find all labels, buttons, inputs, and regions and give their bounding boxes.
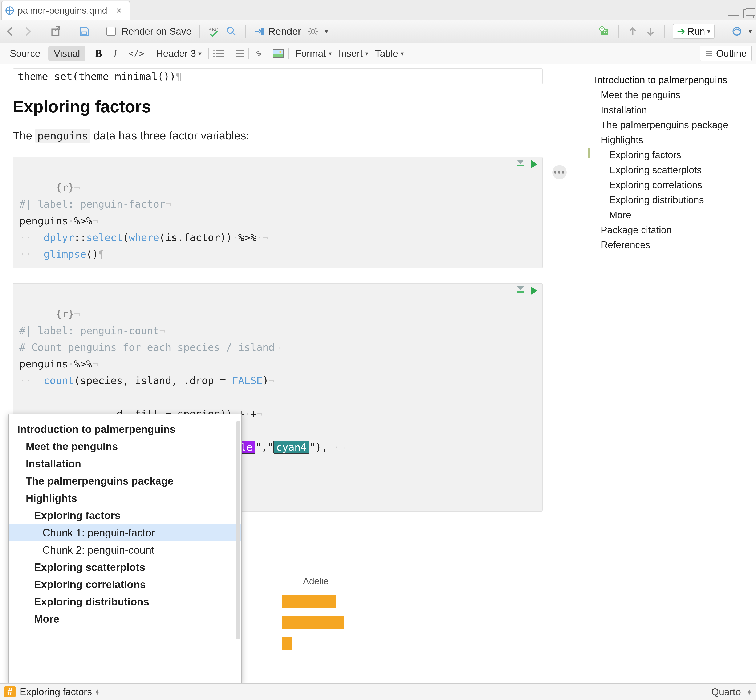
outline-item[interactable]: References bbox=[594, 238, 750, 252]
nav-popup-item[interactable]: Chunk 2: penguin-count bbox=[9, 541, 242, 559]
chart-bar bbox=[282, 616, 344, 629]
nav-popup-item[interactable]: Exploring factors bbox=[9, 507, 242, 524]
heading-level-icon[interactable]: # bbox=[4, 686, 16, 697]
status-engine-label[interactable]: Quarto bbox=[711, 686, 741, 697]
chart-facet-title: Adelie bbox=[303, 576, 328, 586]
outline-item[interactable]: The palmerpenguins package bbox=[594, 117, 750, 133]
popup-scrollbar[interactable] bbox=[236, 421, 240, 639]
visual-editor-toolbar: Source Visual B I </> Header 3▾ Format▾ … bbox=[0, 43, 756, 64]
engine-stepper-icon[interactable]: ▲▼ bbox=[747, 689, 752, 695]
pane-window-controls bbox=[728, 9, 754, 18]
code-button[interactable]: </> bbox=[128, 48, 144, 59]
chart-bar bbox=[282, 637, 292, 650]
svg-rect-5 bbox=[261, 28, 264, 35]
outline-item[interactable]: Exploring distributions bbox=[594, 192, 750, 208]
maximize-pane-icon[interactable] bbox=[743, 9, 754, 18]
outline-item[interactable]: Exploring factors bbox=[594, 147, 750, 162]
status-section-nav[interactable]: Exploring factors bbox=[20, 686, 92, 697]
nav-popup-item[interactable]: Chunk 1: penguin-factor bbox=[9, 524, 242, 541]
editor-pane[interactable]: theme_set(theme_minimal())¶ ••• Explorin… bbox=[0, 64, 588, 683]
visual-mode-button[interactable]: Visual bbox=[48, 46, 85, 61]
spellcheck-icon[interactable]: ABC bbox=[208, 25, 220, 38]
outline-item[interactable]: Highlights bbox=[594, 133, 750, 147]
outline-item[interactable]: Installation bbox=[594, 103, 750, 117]
run-chunk-icon[interactable] bbox=[531, 160, 537, 169]
nav-popup-item[interactable]: Exploring scatterplots bbox=[9, 559, 242, 576]
insert-menu[interactable]: Insert▾ bbox=[336, 48, 370, 59]
heading-dropdown-label: Header 3 bbox=[156, 48, 196, 59]
run-caret-icon[interactable]: ▾ bbox=[707, 28, 710, 35]
bullet-list-button[interactable] bbox=[213, 49, 224, 58]
main-toolbar: Render on Save ABC Render ▾ C ➔ Run ▾ ▾ bbox=[0, 20, 756, 43]
comment: # Count penguins for each species / isla… bbox=[19, 341, 275, 353]
format-menu-label: Format bbox=[295, 48, 326, 59]
nav-popup-item[interactable]: Introduction to palmerpenguins bbox=[9, 421, 242, 438]
heading-dropdown[interactable]: Header 3▾ bbox=[154, 48, 204, 59]
publish-icon[interactable] bbox=[731, 25, 743, 38]
section-heading[interactable]: Exploring factors bbox=[12, 97, 579, 116]
chunk-lang: {r} bbox=[56, 181, 74, 193]
forward-icon[interactable] bbox=[22, 25, 34, 38]
run-chunk-icon[interactable] bbox=[531, 286, 537, 295]
code-chunk-penguin-factor[interactable]: {r}¬ #| label: penguin-factor¬ penguins·… bbox=[12, 157, 543, 269]
render-on-save-label: Render on Save bbox=[122, 26, 191, 37]
outline-item[interactable]: Introduction to palmerpenguins bbox=[594, 73, 750, 88]
outline-item[interactable]: More bbox=[594, 208, 750, 222]
paragraph[interactable]: The penguins data has three factor varia… bbox=[12, 129, 579, 142]
go-prev-chunk-icon[interactable] bbox=[627, 25, 639, 38]
minimize-pane-icon[interactable] bbox=[728, 16, 739, 16]
bold-button[interactable]: B bbox=[95, 47, 102, 59]
chart-bar bbox=[282, 595, 336, 608]
outline-item[interactable]: Exploring correlations bbox=[594, 178, 750, 192]
italic-button[interactable]: I bbox=[114, 47, 117, 59]
outline-pane: Introduction to palmerpenguinsMeet the p… bbox=[588, 64, 756, 683]
table-menu-label: Table bbox=[375, 48, 398, 59]
back-icon[interactable] bbox=[4, 25, 16, 38]
format-menu[interactable]: Format▾ bbox=[293, 48, 334, 59]
status-bar: # Exploring factors ▲▼ Quarto ▲▼ bbox=[0, 683, 756, 700]
outline-item[interactable]: Meet the penguins bbox=[594, 88, 750, 102]
document-tabbar: palmer-penguins.qmd × bbox=[0, 0, 756, 20]
section-nav-stepper-icon[interactable]: ▲▼ bbox=[95, 689, 100, 695]
render-settings-caret-icon[interactable]: ▾ bbox=[325, 28, 328, 35]
paragraph-mark-icon: ¶ bbox=[176, 70, 182, 82]
block-options-icon[interactable]: ••• bbox=[552, 165, 567, 180]
document-tab[interactable]: palmer-penguins.qmd × bbox=[1, 1, 130, 20]
source-mode-button[interactable]: Source bbox=[4, 46, 46, 61]
inline-code-block[interactable]: theme_set(theme_minimal())¶ bbox=[12, 68, 543, 84]
insert-chunk-icon[interactable]: C bbox=[599, 25, 611, 38]
render-button[interactable]: Render bbox=[254, 26, 301, 37]
image-button[interactable] bbox=[273, 49, 284, 58]
close-tab-icon[interactable]: × bbox=[115, 6, 123, 15]
find-replace-icon[interactable] bbox=[225, 25, 237, 38]
popout-icon[interactable] bbox=[50, 25, 62, 38]
chunk-lang: {r} bbox=[56, 308, 74, 320]
insert-menu-label: Insert bbox=[339, 48, 362, 59]
nav-popup-item[interactable]: Highlights bbox=[9, 490, 242, 507]
render-settings-icon[interactable] bbox=[307, 25, 319, 38]
nav-popup-item[interactable]: Exploring correlations bbox=[9, 576, 242, 593]
outline-item[interactable]: Package citation bbox=[594, 222, 750, 238]
nav-popup-item[interactable]: The palmerpenguins package bbox=[9, 472, 242, 490]
nav-popup-item[interactable]: Exploring distributions bbox=[9, 593, 242, 610]
link-button[interactable] bbox=[253, 49, 264, 58]
chunk-output-chart: Adelie bbox=[248, 576, 528, 660]
color-swatch-cyan4: cyan4 bbox=[273, 441, 309, 454]
nav-popup-item[interactable]: Meet the penguins bbox=[9, 438, 242, 455]
nav-popup-item[interactable]: More bbox=[9, 610, 242, 628]
section-nav-popup: Introduction to palmerpenguinsMeet the p… bbox=[8, 414, 242, 683]
chunk-label: #| label: penguin-count bbox=[19, 325, 159, 336]
save-icon[interactable] bbox=[78, 25, 90, 38]
outline-item[interactable]: Exploring scatterplots bbox=[594, 162, 750, 178]
nav-popup-item[interactable]: Installation bbox=[9, 455, 242, 472]
run-arrow-icon: ➔ bbox=[677, 25, 685, 37]
render-on-save-checkbox[interactable] bbox=[106, 27, 116, 36]
run-above-icon[interactable] bbox=[516, 160, 525, 169]
run-above-icon[interactable] bbox=[516, 286, 525, 295]
publish-caret-icon[interactable]: ▾ bbox=[749, 28, 752, 35]
numbered-list-button[interactable] bbox=[233, 49, 244, 58]
outline-toggle-button[interactable]: Outline bbox=[700, 45, 752, 61]
run-button[interactable]: ➔ Run ▾ bbox=[673, 24, 715, 39]
table-menu[interactable]: Table▾ bbox=[373, 48, 406, 59]
go-next-chunk-icon[interactable] bbox=[645, 25, 656, 38]
